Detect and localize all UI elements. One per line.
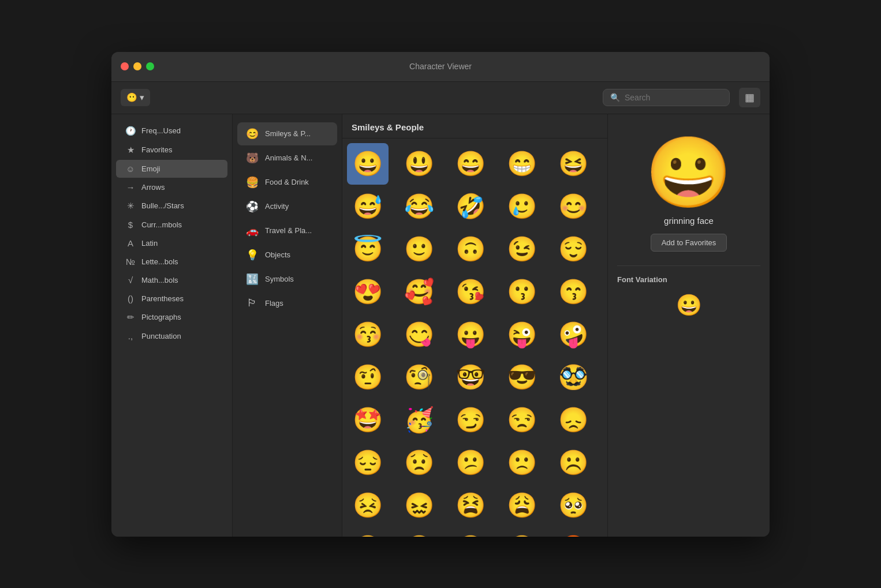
sidebar-item-punctuation[interactable]: ., Punctuation [116,327,227,345]
emoji-cell[interactable]: 🤪 [553,314,594,355]
emoji-cell[interactable]: 🙂 [398,229,440,270]
sidebar-item-bullets[interactable]: ✳ Bulle.../Stars [116,197,227,215]
category-icon-food: 🍔 [245,176,259,189]
emoji-cell[interactable]: 😆 [553,143,594,185]
emoji-cell[interactable]: 😭 [398,527,440,537]
emoji-cell[interactable]: 😎 [501,357,543,398]
sidebar-item-favorites[interactable]: ★ Favorites [116,141,227,159]
titlebar: Character Viewer [111,52,770,82]
emoji-cell[interactable]: 🙁 [501,442,543,484]
font-variation-label: Font Variation [617,275,667,284]
emoji-cell[interactable]: 🤨 [347,357,389,398]
emoji-cell[interactable]: 😍 [347,271,389,313]
category-item-objects[interactable]: 💡 Objects [237,244,337,267]
sidebar-icon-bullets: ✳ [125,201,136,211]
detail-emoji-large: 😀 [645,137,732,207]
sidebar-item-freq-used[interactable]: 🕐 Freq...Used [116,122,227,140]
emoji-cell[interactable]: 😉 [501,229,543,270]
emoji-cell[interactable]: 😌 [553,229,594,270]
sidebar-item-emoji[interactable]: ☺ Emoji [116,160,227,178]
emoji-picker-button[interactable]: 😶 ▾ [121,89,150,106]
emoji-cell[interactable]: 😟 [398,442,440,484]
sidebar-label-currency: Curr...mbols [141,220,182,229]
emoji-cell[interactable]: 😀 [347,143,389,185]
emoji-cell[interactable]: ☹️ [553,442,594,484]
emoji-cell[interactable]: 😃 [398,143,440,185]
emoji-cell[interactable]: 😚 [347,314,389,355]
emoji-cell[interactable]: 🙃 [450,229,491,270]
main-content: 🕐 Freq...Used★ Favorites☺ Emoji→ Arrows✳… [111,114,770,537]
emoji-cell[interactable]: 😗 [501,271,543,313]
emoji-cell[interactable]: 🤓 [450,357,491,398]
category-item-flags[interactable]: 🏳 Flags [237,292,337,314]
sidebar-item-arrows[interactable]: → Arrows [116,178,227,196]
emoji-cell[interactable]: 😂 [398,186,440,227]
emoji-cell[interactable]: 😕 [450,442,491,484]
maximize-button[interactable] [146,62,154,70]
emoji-cell[interactable]: 😤 [450,527,491,537]
emoji-cell[interactable]: 😩 [501,485,543,526]
emoji-cell[interactable]: 🥳 [398,399,440,441]
emoji-cell[interactable]: 😢 [347,527,389,537]
sidebar-icon-letterlike: № [125,257,136,267]
sidebar-item-math[interactable]: √ Math...bols [116,271,227,289]
category-label-smileys: Smileys & P... [265,129,311,138]
emoji-cell[interactable]: 😞 [553,399,594,441]
emoji-cell[interactable]: 🥺 [553,485,594,526]
close-button[interactable] [121,62,129,70]
emoji-grid: 😀😃😄😁😆😅😂🤣🥲😊😇🙂🙃😉😌😍🥰😘😗😙😚😋😛😜🤪🤨🧐🤓😎🥸🤩🥳😏😒😞😔😟😕🙁☹… [342,138,607,537]
sidebar-item-currency[interactable]: $ Curr...mbols [116,216,227,234]
emoji-cell[interactable]: 😜 [501,314,543,355]
emoji-cell[interactable]: 😠 [501,527,543,537]
emoji-cell[interactable]: 😛 [450,314,491,355]
category-icon-travel: 🚗 [245,224,259,237]
emoji-cell[interactable]: 😖 [398,485,440,526]
add-to-favorites-button[interactable]: Add to Favorites [651,234,727,252]
emoji-cell[interactable]: 😋 [398,314,440,355]
emoji-cell[interactable]: 😇 [347,229,389,270]
sidebar-item-pictographs[interactable]: ✏ Pictographs [116,308,227,327]
chevron-down-icon: ▾ [140,92,144,103]
category-item-symbols[interactable]: 🔣 Symbols [237,268,337,291]
emoji-cell[interactable]: 🥲 [501,186,543,227]
emoji-cell[interactable]: 😘 [450,271,491,313]
category-item-activity[interactable]: ⚽ Activity [237,195,337,218]
traffic-lights [121,62,154,70]
sidebar-label-pictographs: Pictographs [141,313,181,321]
emoji-cell[interactable]: 😫 [450,485,491,526]
emoji-cell[interactable]: 🤣 [450,186,491,227]
sidebar-icon-parentheses: () [125,294,136,304]
emoji-cell[interactable]: 😁 [501,143,543,185]
minimize-button[interactable] [133,62,141,70]
emoji-cell[interactable]: 😏 [450,399,491,441]
emoji-cell[interactable]: 🧐 [398,357,440,398]
emoji-cell[interactable]: 🤩 [347,399,389,441]
emoji-cell[interactable]: 🥰 [398,271,440,313]
category-icon-smileys: 😊 [245,128,259,140]
sidebar-item-letterlike[interactable]: № Lette...bols [116,253,227,271]
category-label-food: Food & Drink [265,178,309,186]
category-item-travel[interactable]: 🚗 Travel & Pla... [237,219,337,242]
category-label-flags: Flags [265,299,283,308]
sidebar-label-punctuation: Punctuation [141,332,181,340]
category-item-smileys[interactable]: 😊 Smileys & P... [237,122,337,145]
emoji-cell[interactable]: 😒 [501,399,543,441]
category-item-animals[interactable]: 🐻 Animals & N... [237,147,337,170]
sidebar-item-parentheses[interactable]: () Parentheses [116,290,227,308]
emoji-cell[interactable]: 🥸 [553,357,594,398]
sidebar-icon-math: √ [125,275,136,285]
emoji-cell[interactable]: 😣 [347,485,389,526]
search-input[interactable] [625,93,722,102]
emoji-cell[interactable]: 😡 [553,527,594,537]
font-variation-cell[interactable]: 😀 [674,291,704,320]
emoji-panel: Smileys & People 😀😃😄😁😆😅😂🤣🥲😊😇🙂🙃😉😌😍🥰😘😗😙😚😋😛… [342,114,608,537]
grid-view-button[interactable]: ▦ [739,88,760,107]
sidebar-label-freq-used: Freq...Used [141,126,181,135]
emoji-cell[interactable]: 😊 [553,186,594,227]
emoji-cell[interactable]: 😅 [347,186,389,227]
category-item-food[interactable]: 🍔 Food & Drink [237,171,337,194]
sidebar-item-latin[interactable]: A Latin [116,234,227,252]
emoji-cell[interactable]: 😔 [347,442,389,484]
emoji-cell[interactable]: 😙 [553,271,594,313]
emoji-cell[interactable]: 😄 [450,143,491,185]
